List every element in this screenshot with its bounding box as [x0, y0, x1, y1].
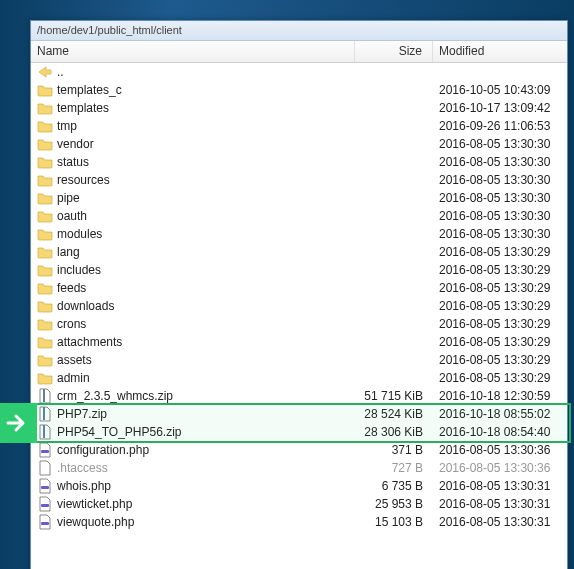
file-modified: 2016-08-05 13:30:36: [433, 443, 567, 457]
file-modified: 2016-08-05 13:30:31: [433, 479, 567, 493]
folder-icon: [37, 208, 53, 224]
folder-row[interactable]: assets2016-08-05 13:30:29: [31, 351, 567, 369]
file-row[interactable]: viewquote.php15 103 B2016-08-05 13:30:31: [31, 513, 567, 531]
folder-icon: [37, 100, 53, 116]
up-icon: [37, 64, 53, 80]
file-size: 51 715 KiB: [355, 389, 433, 403]
folder-row[interactable]: includes2016-08-05 13:30:29: [31, 261, 567, 279]
path-bar[interactable]: /home/dev1/public_html/client: [31, 21, 567, 41]
file-name: modules: [57, 227, 355, 241]
folder-row[interactable]: modules2016-08-05 13:30:30: [31, 225, 567, 243]
file-modified: 2016-08-05 13:30:29: [433, 245, 567, 259]
folder-row[interactable]: templates2016-10-17 13:09:42: [31, 99, 567, 117]
file-size: 25 953 B: [355, 497, 433, 511]
folder-row[interactable]: ..: [31, 63, 567, 81]
file-name: ..: [57, 65, 355, 79]
file-name: admin: [57, 371, 355, 385]
file-name: tmp: [57, 119, 355, 133]
file-row[interactable]: viewticket.php25 953 B2016-08-05 13:30:3…: [31, 495, 567, 513]
svg-rect-2: [43, 425, 45, 438]
file-modified: 2016-08-05 13:30:29: [433, 371, 567, 385]
file-modified: 2016-10-18 12:30:59: [433, 389, 567, 403]
zip-icon: [37, 424, 53, 440]
folder-row[interactable]: templates_c2016-10-05 10:43:09: [31, 81, 567, 99]
file-modified: 2016-10-05 10:43:09: [433, 83, 567, 97]
file-modified: 2016-09-26 11:06:53: [433, 119, 567, 133]
file-name: lang: [57, 245, 355, 259]
file-name: templates_c: [57, 83, 355, 97]
file-modified: 2016-08-05 13:30:29: [433, 353, 567, 367]
folder-icon: [37, 316, 53, 332]
file-name: feeds: [57, 281, 355, 295]
svg-rect-0: [43, 389, 45, 402]
folder-icon: [37, 172, 53, 188]
file-modified: 2016-08-05 13:30:29: [433, 281, 567, 295]
zip-icon: [37, 388, 53, 404]
folder-row[interactable]: pipe2016-08-05 13:30:30: [31, 189, 567, 207]
file-size: 28 524 KiB: [355, 407, 433, 421]
column-headers: Name Size Modified: [31, 41, 567, 63]
folder-icon: [37, 298, 53, 314]
php-icon: [37, 514, 53, 530]
file-name: viewticket.php: [57, 497, 355, 511]
file-modified: 2016-08-05 13:30:29: [433, 317, 567, 331]
folder-row[interactable]: feeds2016-08-05 13:30:29: [31, 279, 567, 297]
svg-rect-3: [41, 450, 49, 453]
folder-row[interactable]: vendor2016-08-05 13:30:30: [31, 135, 567, 153]
folder-row[interactable]: resources2016-08-05 13:30:30: [31, 171, 567, 189]
folder-row[interactable]: lang2016-08-05 13:30:29: [31, 243, 567, 261]
file-name: attachments: [57, 335, 355, 349]
file-name: templates: [57, 101, 355, 115]
header-size[interactable]: Size: [355, 41, 433, 62]
php-icon: [37, 478, 53, 494]
svg-rect-5: [41, 504, 49, 507]
file-row[interactable]: crm_2.3.5_whmcs.zip51 715 KiB2016-10-18 …: [31, 387, 567, 405]
folder-row[interactable]: downloads2016-08-05 13:30:29: [31, 297, 567, 315]
file-modified: 2016-08-05 13:30:29: [433, 299, 567, 313]
folder-icon: [37, 244, 53, 260]
file-size: 727 B: [355, 461, 433, 475]
file-row[interactable]: whois.php6 735 B2016-08-05 13:30:31: [31, 477, 567, 495]
file-icon: [37, 460, 53, 476]
folder-icon: [37, 334, 53, 350]
folder-row[interactable]: tmp2016-09-26 11:06:53: [31, 117, 567, 135]
folder-row[interactable]: admin2016-08-05 13:30:29: [31, 369, 567, 387]
file-row[interactable]: PHP7.zip28 524 KiB2016-10-18 08:55:02: [31, 405, 567, 423]
header-name[interactable]: Name: [31, 41, 355, 62]
file-name: includes: [57, 263, 355, 277]
folder-row[interactable]: status2016-08-05 13:30:30: [31, 153, 567, 171]
file-name: PHP7.zip: [57, 407, 355, 421]
folder-icon: [37, 262, 53, 278]
file-name: pipe: [57, 191, 355, 205]
file-size: 371 B: [355, 443, 433, 457]
folder-row[interactable]: attachments2016-08-05 13:30:29: [31, 333, 567, 351]
php-icon: [37, 496, 53, 512]
header-modified[interactable]: Modified: [433, 41, 567, 62]
folder-icon: [37, 226, 53, 242]
file-modified: 2016-08-05 13:30:31: [433, 515, 567, 529]
file-name: PHP54_TO_PHP56.zip: [57, 425, 355, 439]
folder-icon: [37, 136, 53, 152]
file-modified: 2016-08-05 13:30:30: [433, 191, 567, 205]
folder-icon: [37, 190, 53, 206]
arrow-callout: [0, 403, 37, 443]
file-row[interactable]: configuration.php371 B2016-08-05 13:30:3…: [31, 441, 567, 459]
file-modified: 2016-08-05 13:30:29: [433, 263, 567, 277]
file-modified: 2016-10-18 08:55:02: [433, 407, 567, 421]
file-name: status: [57, 155, 355, 169]
file-name: crm_2.3.5_whmcs.zip: [57, 389, 355, 403]
file-row[interactable]: PHP54_TO_PHP56.zip28 306 KiB2016-10-18 0…: [31, 423, 567, 441]
php-icon: [37, 442, 53, 458]
folder-row[interactable]: crons2016-08-05 13:30:29: [31, 315, 567, 333]
svg-rect-4: [41, 486, 49, 489]
file-name: viewquote.php: [57, 515, 355, 529]
folder-icon: [37, 82, 53, 98]
folder-row[interactable]: oauth2016-08-05 13:30:30: [31, 207, 567, 225]
file-modified: 2016-08-05 13:30:30: [433, 137, 567, 151]
file-size: 15 103 B: [355, 515, 433, 529]
file-name: vendor: [57, 137, 355, 151]
file-list[interactable]: ..templates_c2016-10-05 10:43:09template…: [31, 63, 567, 569]
folder-icon: [37, 352, 53, 368]
svg-rect-6: [41, 522, 49, 525]
file-row[interactable]: .htaccess727 B2016-08-05 13:30:36: [31, 459, 567, 477]
